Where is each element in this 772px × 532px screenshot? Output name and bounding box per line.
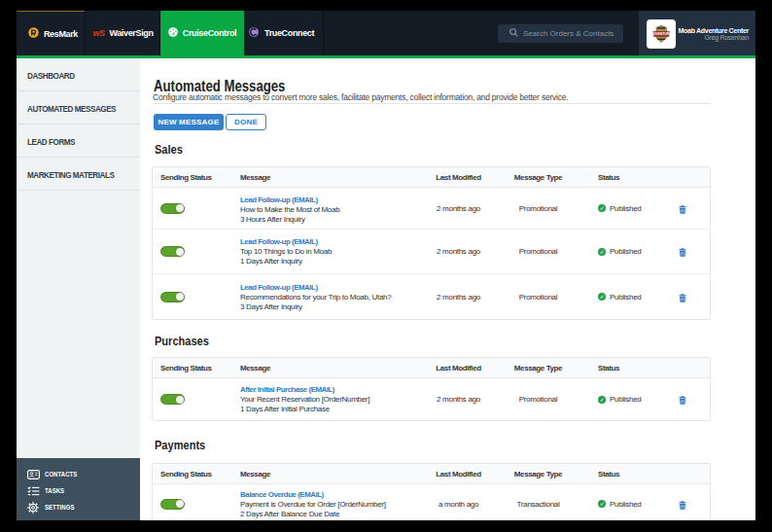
svg-text:ADVENTURE: ADVENTURE: [651, 32, 673, 36]
